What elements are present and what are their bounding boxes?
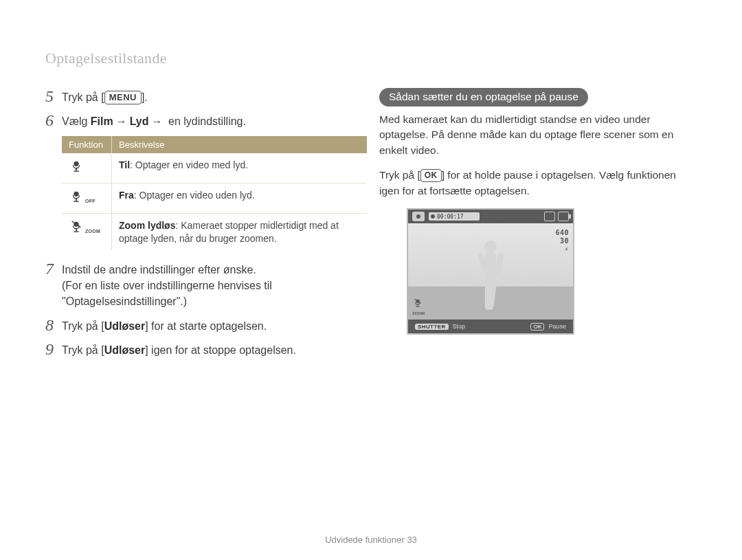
step8-prefix: Tryk på [ (62, 320, 104, 332)
table-header-function: Funktion (62, 136, 112, 153)
table-cell: Til: Optager en video med lyd. (112, 153, 368, 183)
memory-card-icon (544, 212, 555, 221)
step6-suffix: en lydindstilling. (166, 115, 246, 127)
resolution-label: 640 (555, 229, 569, 237)
svg-rect-9 (74, 232, 78, 232)
page-footer: Udvidede funktioner 33 (0, 535, 742, 545)
fps-label: 30 (555, 237, 569, 245)
ok-button-chip: OK (420, 169, 442, 182)
svg-point-3 (74, 192, 78, 197)
arrow-icon: → (116, 115, 127, 127)
p2-pre: Tryk på [ (379, 169, 420, 181)
svg-rect-5 (74, 201, 78, 202)
left-column: 5 Tryk på [MENU]. 6 Vælg Film→Lyd→ en ly… (45, 88, 361, 365)
svg-rect-12 (417, 304, 418, 306)
camera-preview-illustration: 00:00:17 640 30 ⚡ ZOOM (407, 208, 574, 335)
svg-rect-13 (416, 306, 419, 307)
svg-rect-1 (76, 168, 77, 171)
zoom-sub-label: ZOOM (412, 311, 425, 315)
step-text: Tryk på [Udløser] for at starte optagels… (62, 317, 361, 334)
page-section-title: Optagelsestilstande (45, 49, 167, 67)
pause-paragraph-1: Med kameraet kan du midlertidigt standse… (379, 112, 699, 158)
svg-rect-8 (76, 229, 77, 232)
opt-fra: Fra (119, 190, 134, 201)
step-number: 8 (45, 317, 62, 333)
step5-prefix: Tryk på [ (62, 91, 104, 103)
person-silhouette-icon (471, 238, 510, 320)
step7-l2: (For en liste over indstillingerne henvi… (62, 278, 361, 293)
flash-off-icon: ⚡ (555, 245, 569, 254)
step-text: Vælg Film→Lyd→ en lydindstilling. (62, 112, 361, 129)
step9-suffix: ] igen for at stoppe optagelsen. (145, 344, 296, 356)
step-number: 7 (45, 260, 62, 277)
step-6: 6 Vælg Film→Lyd→ en lydindstilling. (45, 112, 361, 129)
step-text: Tryk på [MENU]. (62, 88, 361, 105)
right-column: Sådan sætter du en optagelse på pause Me… (379, 88, 699, 335)
table-cell: Fra: Optager en video uden lyd. (112, 183, 368, 214)
step-number: 6 (45, 112, 62, 128)
pause-heading-pill: Sådan sætter du en optagelse på pause (379, 88, 588, 107)
recording-time: 00:00:17 (437, 214, 464, 220)
step-text: Indstil de andre indstillinger efter øns… (62, 260, 361, 310)
menu-button-chip: MENU (104, 91, 142, 104)
svg-rect-2 (74, 171, 78, 172)
table-row: ZOOM Zoom lydløs: Kameraet stopper midle… (62, 214, 367, 251)
mic-zoom-mute-icon: ZOOM (62, 214, 112, 251)
table-cell: Zoom lydløs: Kameraet stopper midlertidi… (112, 214, 368, 251)
mic-off-icon: OFF (62, 183, 112, 214)
ok-badge: OK (530, 323, 544, 331)
step-8: 8 Tryk på [Udløser] for at starte optage… (45, 317, 361, 334)
step-number: 9 (45, 341, 62, 357)
step7-l3: "Optagelsesindstillinger".) (62, 293, 361, 309)
mic-off-sub-label: OFF (85, 198, 95, 204)
audio-options-table: Funktion Beskrivelse Til: Optager en vid… (62, 136, 367, 251)
table-row: OFF Fra: Optager en video uden lyd. (62, 183, 367, 214)
step9-prefix: Tryk på [ (62, 344, 104, 356)
video-mode-icon (412, 212, 425, 221)
step-number: 5 (45, 88, 62, 104)
camera-side-labels: 640 30 ⚡ (555, 229, 569, 254)
svg-point-0 (74, 161, 78, 166)
opt-zoom: Zoom lydløs (119, 220, 175, 231)
step8-shutter: Udløser (104, 320, 146, 332)
recording-time-bar: 00:00:17 (429, 212, 480, 221)
step8-suffix: ] for at starte optagelsen. (145, 320, 267, 332)
table-row: Til: Optager en video med lyd. (62, 153, 367, 183)
step9-shutter: Udløser (104, 344, 146, 356)
camera-bottom-strip: SHUTTER Stop OK Pause (408, 320, 573, 333)
opt-til: Til (119, 159, 130, 170)
zoom-mute-indicator-icon: ZOOM (412, 298, 425, 315)
opt-til-desc: : Optager en video med lyd. (130, 159, 248, 170)
step7-l1: Indstil de andre indstillinger efter øns… (62, 262, 361, 278)
step6-prefix: Vælg (62, 115, 91, 127)
mic-on-icon (62, 153, 112, 183)
stop-label: Stop (453, 323, 466, 330)
pause-paragraph-2: Tryk på [OK] for at holde pause i optage… (379, 168, 699, 199)
pause-label: Pause (548, 323, 566, 330)
step6-film: Film (91, 115, 113, 127)
step-9: 9 Tryk på [Udløser] igen for at stoppe o… (45, 341, 361, 358)
arrow-icon: → (152, 115, 163, 127)
battery-icon (558, 212, 569, 221)
mic-zoom-sub-label: ZOOM (85, 228, 100, 234)
camera-top-strip: 00:00:17 (408, 210, 573, 223)
table-header-description: Beskrivelse (112, 136, 368, 153)
step-text: Tryk på [Udløser] igen for at stoppe opt… (62, 341, 361, 358)
svg-point-14 (484, 240, 497, 253)
opt-fra-desc: : Optager en video uden lyd. (134, 190, 255, 201)
record-dot-icon (431, 214, 435, 219)
svg-rect-4 (76, 199, 77, 201)
step-7: 7 Indstil de andre indstillinger efter ø… (45, 260, 361, 310)
shutter-badge: SHUTTER (415, 324, 449, 330)
step5-suffix: ]. (142, 91, 148, 103)
step6-lyd: Lyd (130, 115, 149, 127)
step-5: 5 Tryk på [MENU]. (45, 88, 361, 105)
